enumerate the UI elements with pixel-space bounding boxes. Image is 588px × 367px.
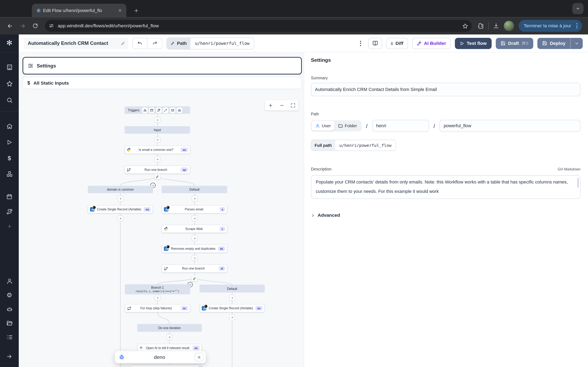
- extensions-icon[interactable]: [477, 23, 484, 29]
- do-one-iteration-node[interactable]: Do one iteration: [137, 324, 202, 332]
- diff-button[interactable]: ± Diff: [386, 38, 408, 49]
- folder-toggle[interactable]: Folder: [335, 121, 361, 131]
- add-step-button[interactable]: [229, 295, 235, 301]
- windmill-logo-icon[interactable]: ✻: [0, 39, 19, 47]
- loop-icon: [127, 306, 131, 310]
- new-tab-button[interactable]: [131, 6, 141, 16]
- add-step-button[interactable]: [192, 255, 198, 261]
- chrome-update-button[interactable]: Terminer la mise à jour: [518, 20, 582, 32]
- textarea-scrollbar[interactable]: [578, 178, 579, 188]
- add-step-button[interactable]: [155, 295, 160, 301]
- add-step-button[interactable]: [155, 156, 160, 162]
- node-removes-empty-duplicates[interactable]: TS Removes empty and duplicates ak: [162, 244, 227, 253]
- advanced-toggle[interactable]: Advanced: [311, 213, 581, 218]
- schedule-icon[interactable]: [149, 107, 155, 113]
- sidebar-item-variables[interactable]: $: [0, 155, 19, 162]
- language-popup[interactable]: deno: [115, 351, 206, 363]
- chrome-menu-icon[interactable]: [575, 23, 579, 29]
- node-scrape-web[interactable]: Scrape Web c: [162, 225, 227, 233]
- add-step-button[interactable]: [192, 235, 198, 241]
- route-icon[interactable]: [156, 107, 162, 113]
- summary-input[interactable]: [311, 83, 581, 96]
- node-is-email-common[interactable]: Is email a common one? ao: [125, 146, 190, 154]
- node-parses-email[interactable]: TS Parses email a: [162, 205, 227, 213]
- node-for-loop[interactable]: For loop (skip failures) ac: [125, 304, 190, 312]
- add-step-button[interactable]: [155, 137, 160, 142]
- node-openai-relevance[interactable]: ✳ Open AI to tell if relevant result ae: [137, 344, 202, 352]
- sidebar-item-users[interactable]: [0, 278, 19, 284]
- sidebar-item-add[interactable]: [0, 224, 19, 229]
- input-node[interactable]: Input: [125, 126, 190, 134]
- sidebar-item-folders[interactable]: [0, 320, 19, 326]
- address-bar[interactable]: app.windmill.dev/flows/edit/u/henri/powe…: [45, 20, 471, 32]
- sidebar-item-workers[interactable]: [0, 306, 19, 312]
- sidebar-item-workspace[interactable]: [0, 64, 19, 70]
- full-path-label: Full path: [311, 140, 335, 150]
- sidebar-collapse-icon[interactable]: [0, 354, 19, 359]
- flow-path-chip[interactable]: Path u/henri/powerful_flow: [167, 37, 255, 49]
- toolbar-divider: [488, 22, 489, 30]
- flow-title-field[interactable]: Automatically Enrich CRM Contact: [24, 38, 129, 49]
- add-step-button[interactable]: [192, 196, 198, 201]
- popup-close-button[interactable]: [195, 353, 204, 361]
- tab-close-icon[interactable]: [117, 7, 123, 14]
- test-flow-button[interactable]: Test flow: [455, 38, 492, 49]
- node-run-one-branch-2[interactable]: Run one branch al: [162, 264, 227, 273]
- email-trigger-icon[interactable]: [170, 107, 176, 113]
- deploy-button[interactable]: Deploy: [537, 38, 571, 49]
- site-settings-icon[interactable]: [49, 23, 54, 29]
- add-branch-button[interactable]: [192, 276, 198, 281]
- sidebar-item-favorites[interactable]: [0, 81, 19, 87]
- step-id-badge: ao: [181, 148, 188, 152]
- profile-avatar[interactable]: [503, 21, 514, 31]
- forward-icon[interactable]: [17, 20, 29, 32]
- poll-icon[interactable]: [177, 107, 182, 113]
- triggers-node[interactable]: Triggers: [125, 106, 190, 114]
- sidebar-item-audit-logs[interactable]: [0, 334, 19, 340]
- download-icon[interactable]: [493, 23, 499, 29]
- reload-icon[interactable]: [29, 20, 41, 32]
- zoom-in-icon[interactable]: [268, 103, 273, 108]
- user-toggle[interactable]: User: [311, 121, 335, 131]
- draft-button[interactable]: Draft ⌘S: [496, 38, 534, 49]
- sidebar-item-flows[interactable]: [0, 209, 19, 215]
- add-step-button[interactable]: [229, 314, 235, 320]
- node-run-one-branch-1[interactable]: Run one branch ap: [125, 166, 190, 174]
- sidebar-item-runs[interactable]: [0, 139, 19, 145]
- branch-default-2[interactable]: Default: [199, 285, 265, 292]
- back-icon[interactable]: [4, 20, 16, 32]
- description-textarea[interactable]: Populate your CRM contacts' details from…: [311, 175, 581, 199]
- branch-default-1[interactable]: Default: [162, 186, 227, 193]
- node-create-single-record-1[interactable]: TS Create Single Record (Airtable) aq: [88, 205, 153, 213]
- path-name-input[interactable]: [440, 120, 580, 132]
- docs-button[interactable]: [368, 38, 382, 49]
- sidebar-item-schedules[interactable]: [0, 194, 19, 200]
- sidebar-item-settings[interactable]: ⚙: [0, 292, 19, 299]
- add-branch-button[interactable]: [155, 174, 160, 179]
- add-step-button[interactable]: [192, 215, 198, 221]
- branch-domain-is-common[interactable]: domain is common: [88, 186, 153, 193]
- add-step-button[interactable]: [155, 117, 160, 123]
- sidebar-item-resources[interactable]: [0, 171, 19, 177]
- deploy-menu-button[interactable]: [571, 38, 583, 49]
- sidebar-item-search[interactable]: [0, 97, 19, 103]
- tab-search-button[interactable]: [572, 3, 584, 14]
- undo-button[interactable]: [132, 38, 147, 49]
- path-user-input[interactable]: [372, 120, 429, 132]
- add-step-button[interactable]: [117, 215, 123, 221]
- zoom-out-icon[interactable]: [279, 103, 284, 108]
- branch-1-header[interactable]: Branch 1 results.c.some((x)=>x!=""): [125, 284, 190, 294]
- node-create-single-record-2[interactable]: TS Create Single Record (Airtable) an: [199, 304, 265, 312]
- add-step-button[interactable]: [167, 334, 173, 340]
- sidebar-item-home[interactable]: [0, 123, 19, 129]
- redo-button[interactable]: [147, 38, 162, 49]
- browser-tab[interactable]: ✻ Edit Flow u/henri/powerful_flo: [32, 4, 126, 17]
- websocket-icon[interactable]: [163, 107, 169, 113]
- fullscreen-icon[interactable]: [291, 103, 295, 108]
- bookmark-star-icon[interactable]: [462, 23, 468, 29]
- webhook-icon[interactable]: [142, 107, 148, 113]
- add-step-button[interactable]: [117, 196, 123, 201]
- ai-builder-button[interactable]: AI Builder: [412, 38, 450, 49]
- more-options-icon[interactable]: [357, 41, 364, 46]
- node-partial-bottom[interactable]: [130, 365, 206, 367]
